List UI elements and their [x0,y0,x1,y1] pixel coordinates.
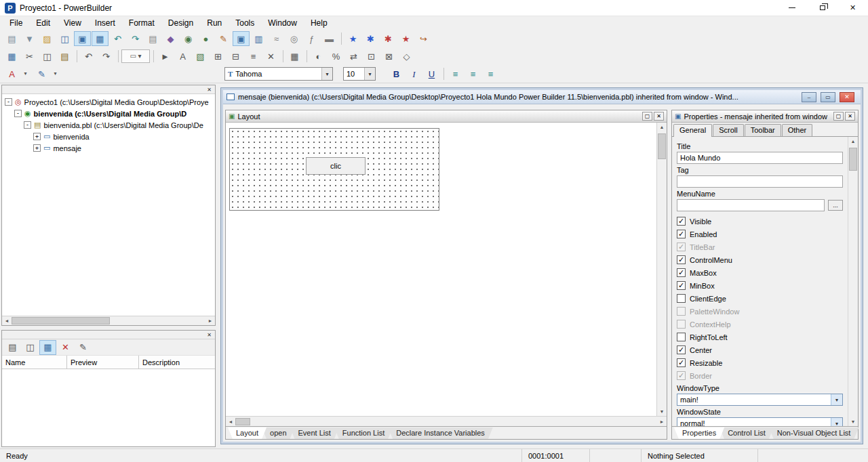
tab-open[interactable]: open [262,427,294,439]
undo-icon[interactable]: ↶ [80,49,97,64]
checkbox-visible[interactable]: Visible [677,215,843,228]
tree-item-mensaje-window[interactable]: + ▭ mensaje [2,142,215,154]
child-minimize-button[interactable]: – [802,92,816,102]
clip-list-body[interactable] [2,369,215,446]
align-center-icon[interactable]: ≡ [465,66,481,81]
font-size-combo[interactable]: 10 ▾ [343,67,376,81]
text-color-dropdown[interactable]: ▾ [21,66,30,81]
windowtype-select[interactable]: main! ▾ [677,394,843,406]
scroll-down-icon[interactable]: ▼ [848,417,858,426]
database-profile-icon[interactable]: ◉ [180,31,197,46]
redo-icon[interactable]: ↷ [98,49,115,64]
scroll-left-icon[interactable]: ◄ [226,417,235,426]
checkbox-righttoleft[interactable]: RightToLeft [677,331,843,343]
menu-format[interactable]: Format [122,17,161,30]
datawindow-painter-icon[interactable]: ▥ [250,31,267,46]
grid-icon[interactable]: ⊞ [210,49,226,64]
pane-close-button[interactable]: ✕ [654,112,664,121]
properties-vscrollbar[interactable]: ▲ ▼ [848,137,858,426]
export-clip-icon[interactable]: ▦ [39,340,56,355]
bold-icon[interactable]: B [388,66,405,81]
child-restore-button[interactable]: ▭ [821,92,835,102]
tree-expander-icon[interactable]: + [33,133,41,140]
system-tree-grip[interactable]: ✕ [2,85,215,94]
scrollbar-thumb[interactable] [658,133,666,159]
menuname-input[interactable] [677,199,825,211]
tab-layout[interactable]: Layout [228,427,267,439]
underline-icon[interactable]: U [423,66,440,81]
tab-general[interactable]: General [673,124,712,137]
browser-icon[interactable]: ↷ [127,31,144,46]
snap-to-grid-icon[interactable]: ⊟ [227,49,244,64]
layer-icon[interactable]: ⊡ [363,49,380,64]
pipeline-painter-icon[interactable]: ≈ [268,31,285,46]
scrollbar-thumb[interactable] [235,418,250,425]
pane-close-button[interactable]: ✕ [845,112,855,121]
copy-clip-icon[interactable]: ◫ [22,340,39,355]
tab-properties[interactable]: Properties [674,427,724,439]
checkbox-center[interactable]: Center [677,343,843,356]
background-color-icon[interactable]: ✎ [33,66,50,81]
background-color-dropdown[interactable]: ▾ [51,66,60,81]
rename-clip-icon[interactable]: ✎ [75,340,92,355]
scroll-up-icon[interactable]: ▲ [848,137,858,146]
chevron-down-icon[interactable]: ▾ [831,418,842,426]
delete-clip-icon[interactable]: ✕ [57,340,74,355]
text-color-icon[interactable]: A [3,66,20,81]
column-name[interactable]: Name [2,356,67,369]
column-preview[interactable]: Preview [67,356,139,369]
title-input[interactable] [677,152,843,164]
open-icon[interactable]: ▨ [39,31,56,46]
picture-control-icon[interactable]: ▧ [192,49,209,64]
preview-icon[interactable]: ◐ [310,49,327,64]
align-right-icon[interactable]: ≡ [482,66,499,81]
layout-canvas[interactable]: clic ▲ ▼ [226,123,667,416]
center-objects-icon[interactable]: ◇ [398,49,415,64]
tree-expander-icon[interactable]: + [33,144,41,152]
checkbox-maxbox[interactable]: MaxBox [677,266,843,279]
minimize-button[interactable] [776,0,807,16]
paste-icon[interactable]: ▤ [56,49,73,64]
clip-panel-grip[interactable]: ✕ [2,331,215,339]
chevron-down-icon[interactable]: ▾ [831,394,842,405]
function-painter-icon[interactable]: ƒ [303,31,320,46]
inherit-icon[interactable]: ▼ [21,31,38,46]
scroll-down-icon[interactable]: ▼ [657,407,667,416]
tree-item-bienvenida-target[interactable]: - ◉ bienvenida (c:\Users\Digital Media G… [2,108,215,119]
pane-maximize-button[interactable]: ▢ [833,112,844,121]
tab-non-visual-object-list[interactable]: Non-Visual Object List [769,427,859,439]
menu-design[interactable]: Design [161,17,200,30]
new-icon[interactable]: ▤ [3,31,20,46]
tree-expander-icon[interactable]: - [5,98,12,106]
italic-icon[interactable]: I [406,66,422,81]
zoom-percent-icon[interactable]: % [328,49,344,64]
window-painter-icon[interactable]: ▣ [233,31,250,46]
chevron-down-icon[interactable]: ▾ [364,68,375,80]
child-close-button[interactable]: ✕ [840,92,854,102]
scroll-left-icon[interactable]: ◄ [2,316,12,325]
tab-other[interactable]: Other [782,124,813,136]
database-painter-icon[interactable]: ● [197,31,214,46]
tree-item-bienvenida-pbl[interactable]: - ▤ bienvenida.pbl (c:\Users\Digital Med… [2,119,215,131]
menu-painter-icon[interactable]: ▬ [321,31,338,46]
column-description[interactable]: Description [139,356,215,369]
menu-edit[interactable]: Edit [29,17,57,30]
menu-window[interactable]: Window [261,17,304,30]
align-objects-icon[interactable]: ⊠ [380,49,397,64]
tab-function-list[interactable]: Function List [334,427,393,439]
select-and-debug-icon[interactable]: ★ [397,31,414,46]
font-family-combo[interactable]: T Tahoma ▾ [224,67,333,81]
to-do-list-icon[interactable]: ↶ [109,31,126,46]
clic-button[interactable]: clic [306,157,366,175]
tree-expander-icon[interactable]: - [24,121,31,129]
menu-help[interactable]: Help [304,17,334,30]
tree-hscrollbar[interactable]: ◄ ► [2,316,215,325]
layout-hscrollbar[interactable]: ◄ ► [226,416,667,426]
menuname-browse-button[interactable]: ... [828,200,843,211]
align-left-icon[interactable]: ≡ [447,66,464,81]
menu-view[interactable]: View [57,17,88,30]
checkbox-clientedge[interactable]: ClientEdge [677,292,843,305]
child-titlebar[interactable]: mensaje (bienvenida) (c:\Users\Digital M… [223,90,861,104]
delete-icon[interactable]: ✕ [262,49,279,64]
table-icon[interactable]: ▦ [286,49,303,64]
